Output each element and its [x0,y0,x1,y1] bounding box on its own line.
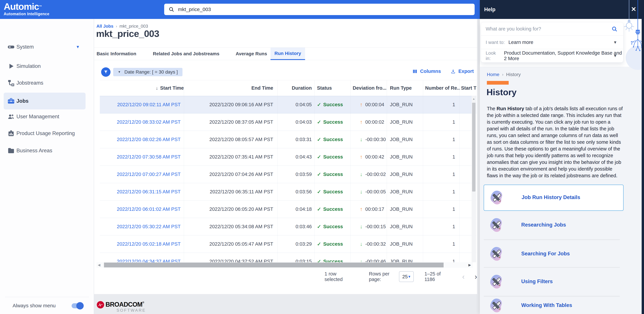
table-row[interactable]: 2022/12/20 07:00:27 AM PST 2022/12/20 07… [100,166,476,183]
filter-button[interactable] [101,67,110,77]
tab-basic-information[interactable]: Basic Information [96,47,136,60]
help-link-item[interactable]: Using Filters [484,269,624,295]
sidebar-item-business-areas[interactable]: Business Areas [0,142,94,159]
table-row[interactable]: 2022/12/20 05:30:22 AM PST 2022/12/20 05… [100,218,476,235]
help-lookin-dropdown[interactable]: Look in: Product Documentation, Support … [481,49,623,62]
run-start-time-link[interactable]: 2022/12/20 08:33:02 AM PST [117,119,181,125]
table-horizontal-scrollbar[interactable]: ◀ ▶ [96,262,473,268]
table-row[interactable]: 2022/12/20 04:34:37 AM PST 2022/12/20 04… [100,253,476,262]
run-start-time-link[interactable]: 2022/12/20 09:02:11 AM PST [117,102,180,107]
lookin-label: Look in: [486,50,500,61]
help-link-label[interactable]: Searching For Jobs [521,251,570,257]
tab-average-runs[interactable]: Average Runs [236,47,267,60]
run-start-time-link[interactable]: 2022/12/20 07:30:58 AM PST [117,154,181,160]
help-want-dropdown[interactable]: I want to: Learn more ▼ [481,36,623,49]
table-row[interactable]: 2022/12/20 08:02:26 AM PST 2022/12/20 08… [100,131,476,148]
run-start-time-link[interactable]: 2022/12/20 06:01:02 AM PST [117,206,181,212]
column-header-duration[interactable]: Duration [278,80,314,96]
run-duration: 0:04:03 [278,113,314,131]
sidebar-item-jobstreams[interactable]: Jobstreams [0,74,94,91]
help-link-label[interactable]: Job Run History Details [522,194,580,200]
table-row[interactable]: 2022/12/20 09:02:11 AM PST 2022/12/20 09… [100,96,476,113]
table-row[interactable]: 2022/12/20 08:33:02 AM PST 2022/12/20 08… [100,113,476,131]
run-start-time-link[interactable]: 2022/12/20 08:02:26 AM PST [117,137,181,142]
column-header-end-time[interactable]: End Time [184,80,278,96]
run-end-time: 2022/12/20 07:35:41 AM PST [184,148,278,166]
always-show-menu-toggle[interactable] [72,303,83,308]
run-start-time-link[interactable]: 2022/12/20 04:34:37 AM PST [117,259,181,262]
column-header-start-time[interactable]: ↓Start Time [100,80,184,96]
run-status: ✓Success [314,183,351,200]
date-range-filter-chip[interactable]: ▼ Date Range: [ = 30 days ] [113,68,182,76]
success-check-icon: ✓ [317,224,321,230]
sidebar-item-system[interactable]: System ▼ [0,38,94,55]
tab-run-history[interactable]: Run History [270,47,305,60]
rows-per-page-select[interactable]: 25 ▼ [399,271,414,282]
help-link-label[interactable]: Using Filters [521,279,553,285]
table-vertical-scrollbar[interactable]: ▲ [472,96,476,262]
sidebar-item-label: Jobs [16,98,28,104]
broadcom-wordmark: BROADCOM® [106,301,144,308]
scroll-left-arrow-icon[interactable]: ◀ [98,263,100,267]
table-body: 2022/12/20 09:02:11 AM PST 2022/12/20 09… [100,96,476,262]
table-row[interactable]: 2022/12/20 06:01:02 AM PST 2022/12/20 06… [100,201,476,218]
run-start-time-link[interactable]: 2022/12/20 06:31:15 AM PST [117,189,181,195]
chevron-down-icon: ▼ [613,40,617,45]
broadcom-logo: BROADCOM® SOFTWARE [97,300,147,313]
global-search[interactable] [164,4,474,15]
help-breadcrumb-home-link[interactable]: Home [487,72,500,77]
sidebar-item-user-management[interactable]: User Management [0,108,94,125]
run-end-time: 2022/12/20 08:37:05 AM PST [184,113,278,131]
help-search-row[interactable] [481,22,623,36]
column-header-deviation[interactable]: Deviation fro... [351,80,387,96]
sidebar-item-product-usage-reporting[interactable]: Product Usage Reporting [0,125,94,142]
sidebar-item-label: Simulation [16,63,41,69]
table-row[interactable]: 2022/12/20 05:02:18 AM PST 2022/12/20 05… [100,235,476,253]
help-scrollbar-track[interactable] [642,0,644,314]
help-link-label[interactable]: Working With Tables [521,302,572,308]
column-header-run-type[interactable]: Run Type [387,80,423,96]
run-start-time-link[interactable]: 2022/12/20 07:00:27 AM PST [117,172,181,177]
help-link-item[interactable]: Working With Tables [484,297,624,314]
accent-bar [487,81,509,85]
help-search-input[interactable] [486,26,600,32]
search-icon [168,6,174,12]
sidebar-item-simulation[interactable]: Simulation [0,58,94,74]
run-end-time: 2022/12/20 09:06:16 AM PST [184,96,278,113]
columns-button[interactable]: Columns [412,68,441,74]
run-duration: 0:04:05 [278,96,314,113]
run-status: ✓Success [314,148,351,166]
column-header-status[interactable]: Status [314,80,351,96]
sidebar-item-jobs[interactable]: Jobs [4,93,86,109]
run-start-time-link[interactable]: 2022/12/20 05:02:18 AM PST [117,241,181,247]
help-link-label[interactable]: Researching Jobs [521,222,566,228]
tab-related-jobs-and-jobstreams[interactable]: Related Jobs and Jobstreams [153,47,219,60]
breadcrumb-separator-icon: › [502,72,504,77]
deviation-arrow-icon: ↑ [360,101,362,108]
horizontal-scrollbar-thumb[interactable] [104,263,444,268]
scroll-up-arrow-icon[interactable]: ▲ [472,97,476,100]
chevron-down-icon[interactable]: ▼ [76,44,80,49]
help-link-item[interactable]: Researching Jobs [484,212,624,239]
previous-page-button[interactable]: ‹ [462,273,465,281]
help-link-item[interactable]: Searching For Jobs [484,241,624,268]
vertical-scrollbar-thumb[interactable] [472,103,476,192]
run-status: ✓Success [314,253,351,262]
run-deviation: ↓-00:00:30 [351,131,387,148]
export-button[interactable]: Export [451,68,474,74]
column-header-start-tolerance[interactable]: Start To... [460,80,476,96]
table-row[interactable]: 2022/12/20 07:30:58 AM PST 2022/12/20 07… [100,148,476,166]
search-icon[interactable] [612,26,618,33]
run-deviation: ↓-00:00:15 [351,218,387,235]
global-search-input[interactable] [178,6,446,12]
table-row[interactable]: 2022/12/20 06:31:15 AM PST 2022/12/20 06… [100,183,476,201]
run-retries: 1 [423,235,460,253]
scroll-right-arrow-icon[interactable]: ▶ [468,263,471,267]
next-page-button[interactable]: › [474,273,477,281]
column-header-number-of-retries[interactable]: Number of Re... [423,80,460,96]
help-link-item[interactable]: Job Run History Details [484,185,624,211]
run-status: ✓Success [314,218,351,235]
run-start-time-link[interactable]: 2022/12/20 05:30:22 AM PST [117,224,181,229]
export-label: Export [458,68,474,74]
jobstreams-icon [6,78,16,88]
